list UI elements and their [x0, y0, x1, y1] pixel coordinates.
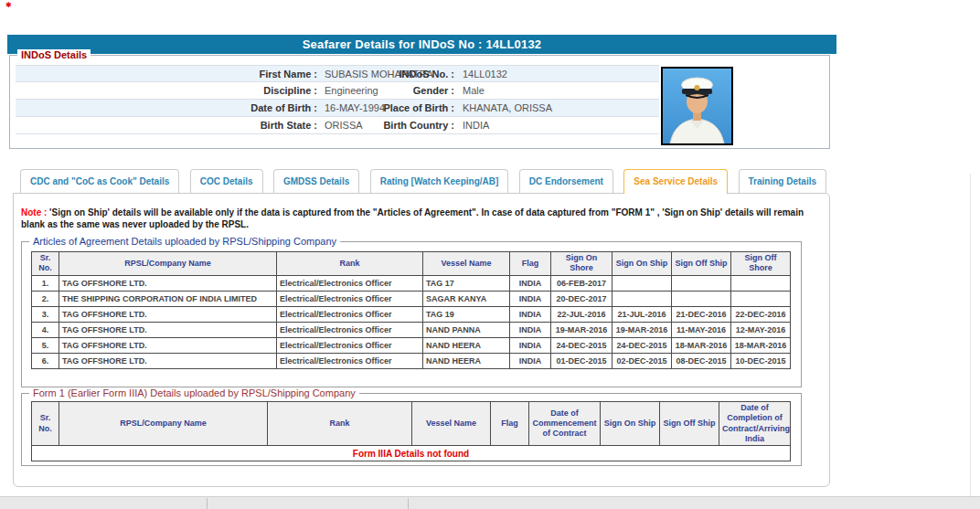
table-cell: SAGAR KANYA — [423, 291, 510, 306]
tab-rating-watch-keeping-ab[interactable]: Rating [Watch Keeping/AB] — [370, 169, 509, 193]
table-cell: 06-FEB-2017 — [551, 275, 612, 291]
info-row-birth-place: Date of Birth : 16-MAY-1994 Place of Bir… — [16, 100, 659, 117]
table-cell: 1. — [32, 275, 59, 291]
table-cell — [672, 275, 731, 291]
table-cell: Electrical/Electronics Officer — [277, 353, 423, 368]
table-cell: 6. — [32, 353, 59, 368]
column-header: Sr. No. — [32, 252, 59, 276]
table-cell: 21-DEC-2016 — [672, 306, 731, 322]
tab-dc-endorsement[interactable]: DC Endorsement — [519, 169, 613, 193]
articles-table: Sr. No.RPSL/Company NameRankVessel NameF… — [31, 251, 791, 369]
info-row-discipline-gender: Discipline : Engineering Gender : Male — [16, 82, 659, 100]
table-cell: Electrical/Electronics Officer — [277, 291, 423, 306]
date-of-birth-label: Date of Birth : — [16, 100, 317, 117]
tab-sea-service-details[interactable]: Sea Service Details — [623, 169, 728, 194]
table-cell: TAG 19 — [423, 306, 510, 322]
note-text: 'Sign on Ship' details will be available… — [21, 207, 804, 229]
column-header: Sign On Shore — [551, 252, 612, 276]
table-row: 4.TAG OFFSHORE LTD.Electrical/Electronic… — [32, 322, 791, 337]
table-cell: 02-DEC-2015 — [612, 353, 672, 368]
table-cell: 24-DEC-2015 — [612, 337, 672, 353]
gender-value: Male — [463, 82, 485, 100]
column-header: Rank — [268, 402, 412, 446]
column-header: Sr. No. — [32, 402, 59, 446]
table-cell: INDIA — [510, 322, 551, 337]
seafarer-details-page: ✱ Seafarer Details for INDoS No : 14LL01… — [0, 0, 980, 509]
table-cell: INDIA — [510, 353, 551, 368]
table-row: 3.TAG OFFSHORE LTD.Electrical/Electronic… — [32, 306, 791, 322]
indos-no-label: INDoS No. : — [326, 66, 454, 83]
discipline-label: Discipline : — [16, 82, 317, 100]
articles-of-agreement-section: Articles of Agreement Details uploaded b… — [21, 241, 802, 387]
table-cell: Electrical/Electronics Officer — [277, 322, 423, 337]
table-row: 1.TAG OFFSHORE LTD.Electrical/Electronic… — [32, 275, 791, 291]
column-header: Rank — [277, 252, 423, 276]
table-cell: 5. — [32, 337, 59, 353]
window-right-edge — [970, 174, 971, 496]
birth-country-value: INDIA — [463, 117, 489, 134]
table-cell: 19-MAR-2016 — [612, 322, 672, 337]
birth-state-label: Birth State : — [16, 117, 317, 134]
table-cell: 3. — [32, 306, 59, 322]
place-of-birth-value: KHANATA, ORISSA — [463, 100, 552, 117]
indos-details-section: INDoS Details First Name : SUBASIS MOHAP… — [9, 55, 830, 149]
form1-legend: Form 1 (Earlier Form IIIA) Details uploa… — [29, 387, 359, 399]
tab-gmdss-details[interactable]: GMDSS Details — [273, 169, 359, 193]
table-cell: 22-JUL-2016 — [551, 306, 612, 322]
table-cell: THE SHIPPING CORPORATION OF INDIA LIMITE… — [59, 291, 277, 306]
table-cell: TAG OFFSHORE LTD. — [59, 322, 277, 337]
table-cell: 2. — [32, 291, 59, 306]
table-cell: TAG OFFSHORE LTD. — [59, 337, 277, 353]
first-name-label: First Name : — [16, 66, 317, 83]
note-prefix: Note : — [21, 207, 47, 217]
sea-service-details-panel: Note : 'Sign on Ship' details will be av… — [13, 193, 830, 487]
seafarer-photo — [661, 67, 733, 145]
table-cell — [672, 291, 731, 306]
table-cell: TAG 17 — [423, 275, 510, 291]
form1-table: Sr. No.RPSL/Company NameRankVessel NameF… — [31, 401, 791, 461]
table-cell: 19-MAR-2016 — [551, 322, 612, 337]
tab-coc-details[interactable]: COC Details — [190, 169, 263, 193]
table-cell — [731, 275, 791, 291]
column-header: RPSL/Company Name — [59, 252, 277, 276]
indos-no-value: 14LL0132 — [463, 66, 507, 83]
details-tab-bar: CDC and "CoC as Cook" Details COC Detail… — [20, 169, 833, 195]
table-cell: 10-DEC-2015 — [731, 353, 791, 368]
table-cell: 12-MAY-2016 — [731, 322, 791, 337]
bottom-bar-divider — [207, 498, 208, 509]
articles-legend: Articles of Agreement Details uploaded b… — [29, 236, 340, 248]
table-header-row: Sr. No.RPSL/Company NameRankVessel NameF… — [32, 402, 791, 446]
table-cell: 24-DEC-2015 — [551, 337, 612, 353]
bottom-bar-divider — [408, 498, 409, 509]
tab-training-details[interactable]: Training Details — [739, 169, 826, 193]
table-cell: INDIA — [510, 275, 551, 291]
form1-section: Form 1 (Earlier Form IIIA) Details uploa… — [21, 393, 802, 466]
column-header: Vessel Name — [423, 252, 510, 276]
table-cell: TAG OFFSHORE LTD. — [59, 353, 277, 368]
column-header: Flag — [491, 402, 529, 446]
info-row-birth-state-country: Birth State : ORISSA Birth Country : IND… — [16, 117, 659, 134]
table-cell: TAG OFFSHORE LTD. — [59, 306, 277, 322]
page-title: Seafarer Details for INDoS No : 14LL0132 — [7, 35, 836, 54]
table-cell: NAND PANNA — [423, 322, 510, 337]
table-cell — [612, 291, 672, 306]
table-header-row: Sr. No.RPSL/Company NameRankVessel NameF… — [32, 252, 791, 276]
column-header: Sign Off Ship — [660, 402, 719, 446]
table-cell — [731, 291, 791, 306]
birth-country-label: Birth Country : — [326, 117, 454, 134]
table-cell: 11-MAY-2016 — [672, 322, 731, 337]
table-cell: NAND HEERA — [423, 337, 510, 353]
gender-label: Gender : — [326, 82, 454, 100]
table-cell: TAG OFFSHORE LTD. — [59, 275, 277, 291]
table-row: 5.TAG OFFSHORE LTD.Electrical/Electronic… — [32, 337, 791, 353]
column-header: Vessel Name — [412, 402, 491, 446]
tab-cdc-coc-as-cook-details[interactable]: CDC and "CoC as Cook" Details — [20, 169, 179, 193]
info-row-name-indos: First Name : SUBASIS MOHAPATRA INDoS No.… — [16, 65, 659, 82]
table-cell: Electrical/Electronics Officer — [277, 306, 423, 322]
table-cell: INDIA — [510, 337, 551, 353]
table-row: 6.TAG OFFSHORE LTD.Electrical/Electronic… — [32, 353, 791, 368]
column-header: Sign On Ship — [601, 402, 660, 446]
column-header: Sign Off Ship — [672, 252, 731, 276]
column-header: Date of Completion of Contract/Arriving … — [719, 402, 791, 446]
table-cell: Electrical/Electronics Officer — [277, 275, 423, 291]
